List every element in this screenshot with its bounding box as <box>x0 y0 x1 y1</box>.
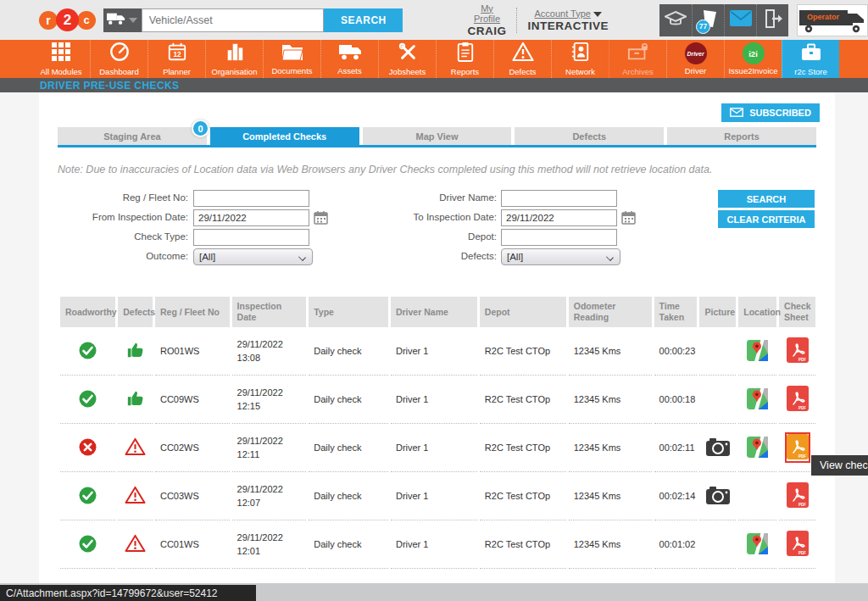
nav-assets[interactable]: Assets <box>320 40 378 78</box>
reg-cell: CC03WS <box>155 472 230 520</box>
reg-cell: CC01WS <box>155 520 230 569</box>
nav-documents[interactable]: Documents <box>263 40 320 78</box>
nav-archives[interactable]: Archives <box>609 40 666 78</box>
nav-jobsheets[interactable]: Jobsheets <box>378 40 436 78</box>
username: CRAIG <box>467 25 506 37</box>
nav-all-modules[interactable]: All Modules <box>32 40 90 78</box>
time-taken-cell: 00:00:23 <box>654 327 698 376</box>
logout-icon <box>763 8 783 32</box>
tab-staging-area[interactable]: Staging Area <box>58 127 207 145</box>
logout-button[interactable] <box>756 4 788 36</box>
warning-triangle-icon <box>512 42 534 65</box>
roadworthy-pass-icon <box>79 399 97 409</box>
nav-organisation[interactable]: Organisation <box>205 40 263 78</box>
time-taken-cell: 00:02:14 <box>654 472 698 520</box>
col-roadworthy: Roadworthy <box>60 297 115 327</box>
driver-cell: Driver 1 <box>391 520 477 569</box>
check-type-label: Check Type: <box>46 229 188 242</box>
top-search-button[interactable]: SEARCH <box>324 8 403 32</box>
pdf-check-sheet-button[interactable]: PDF <box>787 386 809 413</box>
time-taken-cell: 00:01:02 <box>654 520 698 569</box>
reg-cell: RO01WS <box>155 327 230 376</box>
training-button[interactable] <box>659 4 692 36</box>
nav-planner[interactable]: 12 Planner <box>147 40 205 78</box>
reg-cell: CC09WS <box>155 376 230 424</box>
nav-driver[interactable]: Driver Driver <box>666 40 724 78</box>
account-type[interactable]: Account Type INTERACTIVE <box>517 8 619 32</box>
odometer-cell: 12345 Kms <box>569 520 652 569</box>
account-type-link[interactable]: Account Type <box>527 8 609 19</box>
nav-issue2invoice[interactable]: i2i Issue2Invoice <box>724 40 782 78</box>
nav-dashboard[interactable]: Dashboard <box>90 40 147 78</box>
envelope-icon <box>730 108 743 119</box>
tab-completed-checks[interactable]: Completed Checks <box>210 127 359 145</box>
truck-icon <box>107 12 125 29</box>
pdf-check-sheet-button[interactable]: PDF <box>787 531 809 558</box>
gauge-icon <box>109 42 130 65</box>
vehicle-asset-search-input[interactable] <box>142 8 325 32</box>
search-button[interactable]: SEARCH <box>718 190 815 208</box>
clipboard-icon <box>456 42 475 65</box>
defects-select[interactable]: [All] <box>501 248 620 265</box>
camera-picture-button[interactable] <box>705 448 731 459</box>
defect-warning-icon <box>125 496 146 506</box>
nav-reports[interactable]: Reports <box>436 40 493 78</box>
inspection-date-cell: 29/11/202212:15 <box>232 376 307 424</box>
pdf-check-sheet-button-highlighted[interactable]: PDF <box>787 434 809 461</box>
vehicle-type-selector[interactable] <box>103 8 142 32</box>
nav-defects[interactable]: Defects <box>493 40 551 78</box>
col-driver: Driver Name <box>391 297 477 327</box>
location-note: Note: Due to inaccuracies of Location da… <box>58 164 816 175</box>
page-title: DRIVER PRE-USE CHECKS <box>0 78 868 92</box>
from-date-input[interactable] <box>193 209 309 226</box>
depot-input[interactable] <box>501 229 617 246</box>
tab-reports[interactable]: Reports <box>667 127 816 145</box>
tab-map-view[interactable]: Map View <box>363 127 512 145</box>
outcome-select[interactable]: [All] <box>193 248 313 265</box>
notifications-button[interactable]: 77 <box>692 4 724 36</box>
subscribed-button[interactable]: SUBSCRIBED <box>721 103 820 122</box>
defects-filter-label: Defects: <box>354 248 497 261</box>
table-header-row: Roadworthy Defects Reg / Fleet No Inspec… <box>60 297 815 327</box>
clear-criteria-button[interactable]: CLEAR CRITERIA <box>718 210 815 228</box>
col-location: Location <box>738 297 776 327</box>
view-check-tooltip: View check <box>811 455 868 476</box>
inspection-date-cell: 29/11/202212:01 <box>232 520 307 569</box>
messages-button[interactable] <box>724 4 756 36</box>
pdf-check-sheet-button[interactable]: PDF <box>787 337 809 364</box>
type-cell: Daily check <box>309 376 388 424</box>
calendar-icon: 12 <box>167 42 187 65</box>
nav-network[interactable]: Network <box>551 40 609 78</box>
check-type-input[interactable] <box>193 229 309 246</box>
my-profile-link[interactable]: My Profile <box>467 3 506 24</box>
col-time-taken: Time Taken <box>654 297 698 327</box>
thumbs-up-icon <box>126 399 145 409</box>
inspection-date-cell: 29/11/202212:11 <box>232 424 307 472</box>
from-date-calendar-icon[interactable] <box>314 210 328 225</box>
operator-logo[interactable]: Operator <box>797 4 868 36</box>
my-profile[interactable]: My Profile CRAIG <box>457 3 516 37</box>
camera-picture-button[interactable] <box>705 497 731 507</box>
tab-defects[interactable]: Defects <box>515 127 664 145</box>
pdf-check-sheet-button[interactable]: PDF <box>787 482 809 509</box>
top-bar: r 2 c SEARCH My Profile CRAIG Account Ty… <box>0 0 868 40</box>
driver-name-label: Driver Name: <box>354 190 497 203</box>
col-inspection-date: Inspection Date <box>232 297 307 327</box>
nav-r2c-store[interactable]: r2c Store <box>782 40 839 78</box>
map-location-button[interactable] <box>747 353 768 363</box>
svg-text:PDF: PDF <box>798 406 806 410</box>
to-date-calendar-icon[interactable] <box>621 210 636 225</box>
driver-name-input[interactable] <box>501 190 617 207</box>
graduation-cap-icon <box>665 9 687 31</box>
map-location-button[interactable] <box>747 401 768 411</box>
contacts-icon <box>571 42 590 65</box>
odometer-cell: 12345 Kms <box>569 376 652 424</box>
table-row: CC02WS 29/11/202212:11 Daily check Drive… <box>60 424 815 472</box>
map-location-button[interactable] <box>747 546 768 556</box>
type-cell: Daily check <box>309 472 388 520</box>
reg-fleet-input[interactable] <box>193 190 309 207</box>
time-taken-cell: 00:00:18 <box>654 376 698 424</box>
roadworthy-pass-icon <box>79 544 97 554</box>
map-location-button[interactable] <box>747 449 768 459</box>
to-date-input[interactable] <box>501 209 617 226</box>
